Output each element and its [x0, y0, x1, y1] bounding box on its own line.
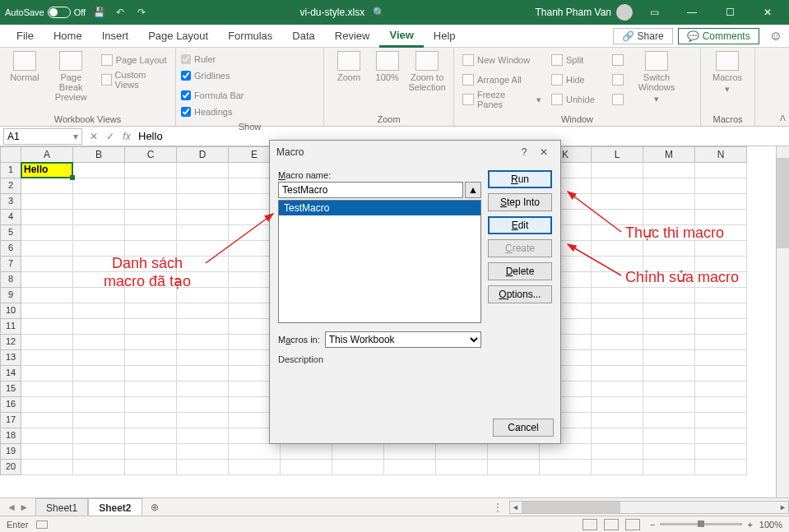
minimize-icon[interactable]: — [675, 0, 708, 25]
cell[interactable] [21, 319, 73, 335]
cell[interactable] [177, 366, 229, 382]
cell[interactable] [177, 350, 229, 366]
row-header[interactable]: 2 [0, 178, 21, 194]
cell[interactable] [125, 178, 177, 194]
cell[interactable] [73, 335, 125, 350]
row-header[interactable]: 11 [0, 319, 21, 335]
help-icon[interactable]: ? [514, 146, 534, 158]
cell[interactable] [177, 288, 229, 303]
dialog-close-icon[interactable]: ✕ [534, 146, 554, 158]
cell[interactable] [643, 225, 695, 241]
cell[interactable] [592, 397, 643, 413]
cell[interactable] [125, 444, 177, 460]
cell[interactable] [592, 460, 643, 475]
tab-home[interactable]: Home [44, 25, 92, 48]
cell[interactable] [695, 288, 747, 303]
cell[interactable] [21, 444, 73, 460]
cell[interactable] [21, 460, 73, 475]
cell[interactable] [643, 163, 695, 178]
cell[interactable] [21, 350, 73, 366]
close-icon[interactable]: ✕ [751, 0, 784, 25]
cell[interactable] [177, 397, 229, 413]
cell[interactable] [125, 366, 177, 382]
cell[interactable] [592, 225, 643, 241]
zoom-100-button[interactable]: 100% [372, 51, 402, 82]
cell[interactable] [177, 241, 229, 257]
options-button[interactable]: Options... [488, 285, 552, 303]
cell[interactable] [21, 272, 73, 288]
cell[interactable] [21, 241, 73, 257]
cell[interactable] [643, 335, 695, 350]
zoom-level[interactable]: 100% [759, 520, 782, 530]
macros-button[interactable]: Macros ▾ [706, 51, 749, 94]
cell[interactable] [643, 241, 695, 257]
cell[interactable] [384, 444, 436, 460]
row-header[interactable]: 15 [0, 382, 21, 397]
formulabar-checkbox[interactable]: Formula Bar [181, 87, 257, 104]
cell[interactable] [695, 225, 747, 241]
cell[interactable] [177, 194, 229, 210]
comments-button[interactable]: 💬 Comments [678, 28, 759, 44]
cell[interactable] [73, 241, 125, 257]
cell[interactable] [695, 241, 747, 257]
cell[interactable] [643, 460, 695, 475]
cell[interactable] [695, 335, 747, 350]
macro-record-icon[interactable] [36, 520, 48, 529]
cell[interactable] [21, 210, 73, 225]
cell[interactable] [177, 444, 229, 460]
cell[interactable] [592, 303, 643, 319]
redo-icon[interactable]: ↷ [133, 4, 150, 21]
cell[interactable] [643, 210, 695, 225]
ruler-checkbox[interactable]: Ruler [181, 51, 247, 67]
cell[interactable] [384, 460, 436, 475]
freeze-panes-button[interactable]: Freeze Panes ▾ [459, 90, 545, 109]
cell[interactable] [592, 335, 643, 350]
share-button[interactable]: 🔗 Share [613, 28, 673, 44]
cell[interactable] [281, 444, 332, 460]
cell[interactable] [695, 428, 747, 444]
cell[interactable] [592, 288, 643, 303]
cell[interactable] [125, 225, 177, 241]
row-header[interactable]: 12 [0, 335, 21, 350]
cell[interactable] [73, 444, 125, 460]
cell[interactable] [73, 460, 125, 475]
cell[interactable] [695, 382, 747, 397]
cell[interactable] [73, 319, 125, 335]
select-all-corner[interactable] [0, 146, 21, 163]
save-icon[interactable]: 💾 [91, 4, 107, 21]
cell[interactable] [125, 241, 177, 257]
reset-window-icon[interactable] [609, 90, 629, 109]
cell[interactable] [21, 178, 73, 194]
cell[interactable] [21, 335, 73, 350]
page-break-preview-button[interactable]: Page Break Preview [48, 51, 95, 102]
cell[interactable] [695, 444, 747, 460]
split-button[interactable]: Split [548, 51, 606, 69]
cell[interactable] [21, 428, 73, 444]
zoom-button[interactable]: Zoom [329, 51, 369, 82]
tab-insert[interactable]: Insert [92, 25, 139, 48]
row-header[interactable]: 17 [0, 413, 21, 428]
cell[interactable] [540, 460, 592, 475]
sheet-tab-2[interactable]: Sheet2 [88, 498, 142, 516]
cell[interactable] [177, 460, 229, 475]
cell[interactable] [592, 413, 643, 428]
cell[interactable] [125, 194, 177, 210]
cell[interactable] [643, 397, 695, 413]
col-header[interactable]: B [73, 146, 125, 163]
cell[interactable] [125, 288, 177, 303]
cell[interactable] [125, 413, 177, 428]
fx-icon[interactable]: fx [118, 128, 135, 145]
cell[interactable] [695, 319, 747, 335]
row-header[interactable]: 6 [0, 241, 21, 257]
view-side-by-side-icon[interactable] [609, 51, 629, 69]
cell[interactable] [488, 444, 540, 460]
cell[interactable] [643, 272, 695, 288]
delete-button[interactable]: Delete [488, 262, 552, 280]
cell[interactable] [177, 178, 229, 194]
cell[interactable] [592, 257, 643, 272]
cell[interactable] [177, 303, 229, 319]
cell[interactable] [436, 460, 488, 475]
tab-data[interactable]: Data [282, 25, 324, 48]
cell[interactable] [21, 257, 73, 272]
maximize-icon[interactable]: ☐ [713, 0, 746, 25]
